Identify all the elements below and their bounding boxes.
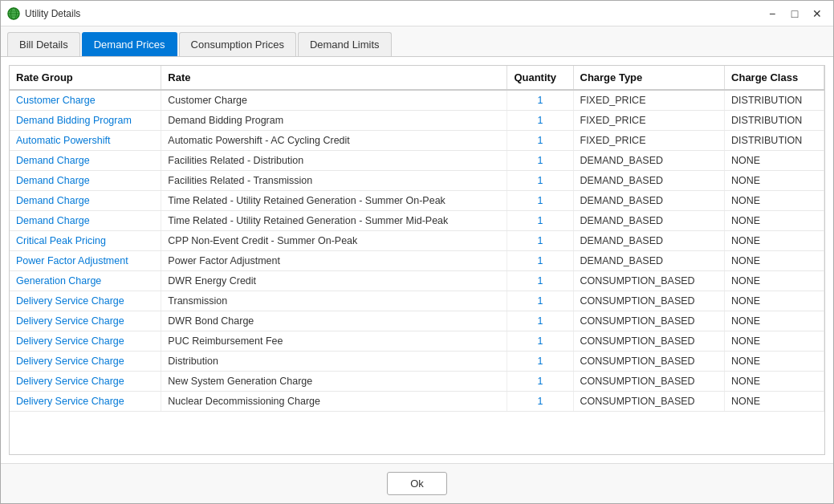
table-row: Delivery Service ChargeDWR Bond Charge1C… <box>10 311 824 331</box>
cell-rate-group[interactable]: Customer Charge <box>10 90 161 111</box>
cell-quantity: 1 <box>507 191 573 211</box>
tabs-bar: Bill Details Demand Prices Consumption P… <box>1 26 833 57</box>
cell-rate: New System Generation Charge <box>161 372 507 392</box>
cell-charge-type: DEMAND_BASED <box>573 171 725 191</box>
cell-rate: Demand Bidding Program <box>161 111 507 131</box>
close-button[interactable]: ✕ <box>808 4 827 23</box>
cell-charge-type: CONSUMPTION_BASED <box>573 392 725 412</box>
cell-quantity: 1 <box>507 211 573 231</box>
cell-charge-class: NONE <box>725 392 824 412</box>
cell-rate-group[interactable]: Delivery Service Charge <box>10 392 161 412</box>
table-row: Delivery Service ChargePUC Reimbursement… <box>10 331 824 352</box>
cell-charge-class: NONE <box>725 191 824 211</box>
cell-charge-type: DEMAND_BASED <box>573 191 725 211</box>
globe-icon <box>7 7 20 20</box>
cell-rate: Time Related - Utility Retained Generati… <box>161 191 507 211</box>
cell-charge-type: FIXED_PRICE <box>573 131 725 151</box>
table-row: Demand ChargeTime Related - Utility Reta… <box>10 191 824 211</box>
cell-rate-group[interactable]: Generation Charge <box>10 271 161 291</box>
cell-quantity: 1 <box>507 372 573 392</box>
table-row: Delivery Service ChargeNew System Genera… <box>10 372 824 392</box>
cell-rate-group[interactable]: Demand Bidding Program <box>10 111 161 131</box>
table-container: Rate Group Rate Quantity Charge Type <box>9 65 825 455</box>
utility-details-window: Utility Details − □ ✕ Bill Details Deman… <box>0 0 834 504</box>
cell-rate: Power Factor Adjustment <box>161 251 507 271</box>
table-row: Delivery Service ChargeTransmission1CONS… <box>10 291 824 311</box>
cell-rate-group[interactable]: Delivery Service Charge <box>10 352 161 372</box>
cell-charge-class: DISTRIBUTION <box>725 131 824 151</box>
window-title: Utility Details <box>25 8 80 19</box>
cell-quantity: 1 <box>507 271 573 291</box>
table-row: Delivery Service ChargeDistribution1CONS… <box>10 352 824 372</box>
cell-charge-class: NONE <box>725 171 824 191</box>
title-bar-left: Utility Details <box>7 7 80 20</box>
cell-quantity: 1 <box>507 111 573 131</box>
ok-button[interactable]: Ok <box>387 472 447 495</box>
cell-rate-group[interactable]: Demand Charge <box>10 191 161 211</box>
table-row: Delivery Service ChargeNuclear Decommiss… <box>10 392 824 412</box>
cell-rate-group[interactable]: Demand Charge <box>10 211 161 231</box>
cell-rate: DWR Energy Credit <box>161 271 507 291</box>
tab-bill-details[interactable]: Bill Details <box>7 32 80 56</box>
col-rate-group: Rate Group <box>10 66 161 90</box>
cell-rate: Distribution <box>161 352 507 372</box>
cell-rate-group[interactable]: Delivery Service Charge <box>10 331 161 352</box>
table-row: Generation ChargeDWR Energy Credit1CONSU… <box>10 271 824 291</box>
cell-rate-group[interactable]: Delivery Service Charge <box>10 311 161 331</box>
cell-charge-type: CONSUMPTION_BASED <box>573 291 725 311</box>
cell-charge-type: DEMAND_BASED <box>573 151 725 171</box>
cell-charge-class: DISTRIBUTION <box>725 111 824 131</box>
maximize-button[interactable]: □ <box>785 4 804 23</box>
cell-quantity: 1 <box>507 131 573 151</box>
table-row: Demand ChargeFacilities Related - Transm… <box>10 171 824 191</box>
tab-demand-limits[interactable]: Demand Limits <box>298 32 392 56</box>
cell-rate-group[interactable]: Automatic Powershift <box>10 131 161 151</box>
cell-quantity: 1 <box>507 90 573 111</box>
tab-consumption-prices[interactable]: Consumption Prices <box>179 32 296 56</box>
cell-charge-type: DEMAND_BASED <box>573 231 725 251</box>
title-bar-controls: − □ ✕ <box>763 4 827 23</box>
cell-rate: DWR Bond Charge <box>161 311 507 331</box>
cell-quantity: 1 <box>507 291 573 311</box>
cell-rate-group[interactable]: Demand Charge <box>10 171 161 191</box>
cell-charge-type: DEMAND_BASED <box>573 251 725 271</box>
cell-rate-group[interactable]: Critical Peak Pricing <box>10 231 161 251</box>
cell-charge-type: CONSUMPTION_BASED <box>573 352 725 372</box>
cell-rate: Transmission <box>161 291 507 311</box>
table-row: Power Factor AdjustmentPower Factor Adju… <box>10 251 824 271</box>
cell-charge-class: NONE <box>725 352 824 372</box>
cell-quantity: 1 <box>507 231 573 251</box>
cell-quantity: 1 <box>507 171 573 191</box>
cell-rate: Facilities Related - Distribution <box>161 151 507 171</box>
cell-quantity: 1 <box>507 352 573 372</box>
cell-quantity: 1 <box>507 331 573 352</box>
table-row: Demand Bidding ProgramDemand Bidding Pro… <box>10 111 824 131</box>
cell-charge-type: CONSUMPTION_BASED <box>573 271 725 291</box>
cell-quantity: 1 <box>507 392 573 412</box>
cell-quantity: 1 <box>507 151 573 171</box>
cell-charge-class: NONE <box>725 291 824 311</box>
cell-charge-class: NONE <box>725 271 824 291</box>
cell-rate: Nuclear Decommissioning Charge <box>161 392 507 412</box>
cell-rate-group[interactable]: Delivery Service Charge <box>10 291 161 311</box>
cell-rate-group[interactable]: Delivery Service Charge <box>10 372 161 392</box>
cell-charge-type: FIXED_PRICE <box>573 90 725 111</box>
table-scroll[interactable]: Rate Group Rate Quantity Charge Type <box>10 66 824 454</box>
cell-charge-type: FIXED_PRICE <box>573 111 725 131</box>
table-row: Demand ChargeFacilities Related - Distri… <box>10 151 824 171</box>
tab-demand-prices[interactable]: Demand Prices <box>82 32 177 56</box>
cell-charge-class: NONE <box>725 251 824 271</box>
cell-rate: PUC Reimbursement Fee <box>161 331 507 352</box>
cell-charge-type: DEMAND_BASED <box>573 211 725 231</box>
cell-charge-type: CONSUMPTION_BASED <box>573 372 725 392</box>
cell-rate: CPP Non-Event Credit - Summer On-Peak <box>161 231 507 251</box>
cell-rate-group[interactable]: Power Factor Adjustment <box>10 251 161 271</box>
title-bar: Utility Details − □ ✕ <box>1 1 833 26</box>
cell-charge-class: NONE <box>725 372 824 392</box>
cell-quantity: 1 <box>507 311 573 331</box>
cell-rate-group[interactable]: Demand Charge <box>10 151 161 171</box>
cell-charge-class: NONE <box>725 211 824 231</box>
minimize-button[interactable]: − <box>763 4 782 23</box>
cell-charge-type: CONSUMPTION_BASED <box>573 331 725 352</box>
footer: Ok <box>1 463 833 503</box>
